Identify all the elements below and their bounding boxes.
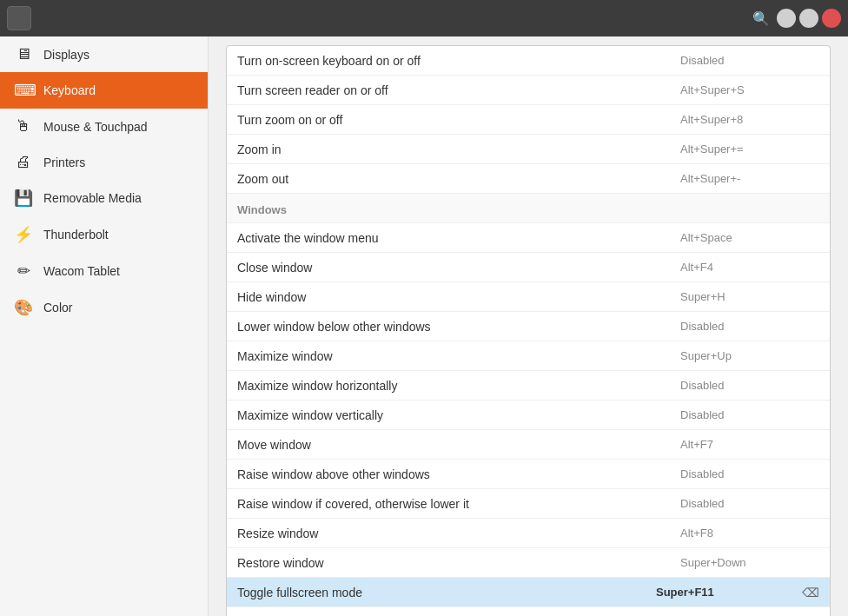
shortcut-key: Alt+F8 [680, 527, 819, 540]
sidebar-label-displays: Displays [43, 48, 89, 62]
shortcut-key: Alt+F7 [680, 438, 819, 451]
shortcut-row[interactable]: Raise window above other windows Disable… [227, 460, 830, 489]
sidebar-label-thunderbolt: Thunderbolt [43, 228, 109, 242]
shortcut-key: Disabled [680, 497, 819, 510]
shortcut-name: Turn zoom on or off [237, 113, 680, 127]
shortcut-key: Disabled [680, 379, 819, 392]
sidebar-label-keyboard: Keyboard [43, 83, 96, 97]
shortcut-key: Alt+Super+8 [680, 113, 819, 126]
sidebar-item-displays[interactable]: 🖥 Displays [0, 36, 208, 72]
sidebar-item-mouse[interactable]: 🖱 Mouse & Touchpad [0, 109, 208, 144]
shortcut-key: Alt+F4 [680, 261, 819, 274]
maximize-button[interactable] [799, 9, 818, 28]
mouse-icon: 🖱 [14, 117, 33, 136]
shortcut-name: Raise window if covered, otherwise lower… [237, 497, 680, 511]
sidebar-label-printers: Printers [43, 156, 85, 169]
content-area: Turn on-screen keyboard on or off Disabl… [209, 36, 848, 616]
keyboard-icon: ⌨ [14, 81, 33, 100]
sidebar-label-mouse: Mouse & Touchpad [43, 120, 148, 134]
shortcut-name: Activate the window menu [237, 231, 680, 245]
shortcut-name: Raise window above other windows [237, 467, 680, 481]
sidebar-item-color[interactable]: 🎨 Color [0, 289, 208, 326]
shortcut-row[interactable]: Toggle maximization state Alt+F10 [227, 607, 830, 616]
wacom-icon: ✏ [14, 262, 33, 281]
displays-icon: 🖥 [14, 45, 33, 63]
main-layout: 🖥 Displays ⌨ Keyboard 🖱 Mouse & Touchpad… [0, 36, 848, 616]
shortcut-key: Alt+Super+= [680, 142, 819, 156]
shortcut-row[interactable]: Close window Alt+F4 [227, 253, 830, 282]
shortcut-key: Super+Down [680, 556, 819, 569]
close-button[interactable] [822, 9, 841, 28]
shortcut-name: Move window [237, 438, 680, 452]
shortcut-name: Toggle fullscreen mode [237, 586, 656, 599]
shortcut-name: Close window [237, 261, 680, 275]
shortcut-key: Super+H [680, 290, 819, 303]
color-icon: 🎨 [14, 298, 33, 317]
shortcut-name: Zoom out [237, 172, 680, 186]
shortcut-name: Hide window [237, 290, 680, 304]
shortcut-key: Alt+Super+- [680, 172, 819, 185]
shortcuts-table: Turn on-screen keyboard on or off Disabl… [226, 45, 831, 616]
shortcut-row[interactable]: Maximize window horizontally Disabled [227, 371, 830, 401]
shortcut-key: Alt+Space [680, 231, 819, 244]
removable-icon: 💾 [14, 189, 33, 208]
sidebar-item-removable[interactable]: 💾 Removable Media [0, 180, 208, 216]
shortcut-row[interactable]: Maximize window Super+Up [227, 341, 830, 371]
delete-shortcut-icon[interactable]: ⌫ [802, 586, 819, 599]
shortcut-row[interactable]: Lower window below other windows Disable… [227, 312, 830, 341]
search-icon: 🔍 [752, 10, 770, 27]
shortcut-key: Disabled [680, 408, 819, 421]
shortcut-row[interactable]: Move window Alt+F7 [227, 430, 830, 460]
minimize-button[interactable] [777, 9, 796, 28]
shortcut-key: Disabled [680, 320, 819, 333]
shortcut-name: Resize window [237, 527, 680, 540]
shortcut-row[interactable]: Toggle fullscreen mode Super+F11 ⌫ [227, 578, 830, 607]
titlebar-left [0, 6, 209, 30]
shortcut-row[interactable]: Turn zoom on or off Alt+Super+8 [227, 105, 830, 135]
sidebar-item-wacom[interactable]: ✏ Wacom Tablet [0, 253, 208, 289]
sidebar-label-removable: Removable Media [43, 191, 142, 205]
sidebar-item-printers[interactable]: 🖨 Printers [0, 144, 208, 180]
printers-icon: 🖨 [14, 153, 33, 171]
shortcut-key: Alt+Super+S [680, 83, 819, 96]
shortcut-name: Maximize window vertically [237, 408, 680, 422]
shortcut-name: Lower window below other windows [237, 320, 680, 334]
shortcut-row[interactable]: Turn screen reader on or off Alt+Super+S [227, 76, 830, 105]
shortcut-row[interactable]: Maximize window vertically Disabled [227, 401, 830, 430]
back-button[interactable] [7, 6, 31, 30]
shortcut-key: Disabled [680, 467, 819, 480]
shortcut-name: Turn on-screen keyboard on or off [237, 54, 680, 68]
sidebar: 🖥 Displays ⌨ Keyboard 🖱 Mouse & Touchpad… [0, 36, 209, 616]
shortcut-row[interactable]: Zoom in Alt+Super+= [227, 135, 830, 164]
thunderbolt-icon: ⚡ [14, 225, 33, 244]
search-button[interactable]: 🔍 [749, 6, 773, 30]
category-windows: Windows [227, 194, 830, 223]
titlebar-right: 🔍 [749, 6, 848, 30]
sidebar-label-wacom: Wacom Tablet [43, 264, 120, 278]
shortcut-row[interactable]: Zoom out Alt+Super+- [227, 164, 830, 194]
shortcut-row[interactable]: Hide window Super+H [227, 282, 830, 312]
shortcut-name: Turn screen reader on or off [237, 83, 680, 97]
shortcut-key: Super+F11 [656, 586, 795, 599]
shortcut-name: Maximize window [237, 349, 680, 363]
category-label: Windows [237, 203, 287, 216]
titlebar: 🔍 [0, 0, 848, 36]
shortcut-key: Super+Up [680, 349, 819, 362]
sidebar-item-keyboard[interactable]: ⌨ Keyboard [0, 72, 208, 109]
sidebar-label-color: Color [43, 301, 72, 315]
shortcut-row[interactable]: Activate the window menu Alt+Space [227, 223, 830, 253]
shortcut-row[interactable]: Resize window Alt+F8 [227, 519, 830, 548]
shortcut-name: Zoom in [237, 142, 680, 156]
shortcut-row[interactable]: Turn on-screen keyboard on or off Disabl… [227, 46, 830, 76]
shortcut-name: Maximize window horizontally [237, 379, 680, 393]
sidebar-item-thunderbolt[interactable]: ⚡ Thunderbolt [0, 216, 208, 253]
shortcut-name: Restore window [237, 556, 680, 570]
shortcut-row[interactable]: Restore window Super+Down [227, 548, 830, 578]
shortcut-row[interactable]: Raise window if covered, otherwise lower… [227, 489, 830, 519]
shortcut-key: Disabled [680, 54, 819, 67]
